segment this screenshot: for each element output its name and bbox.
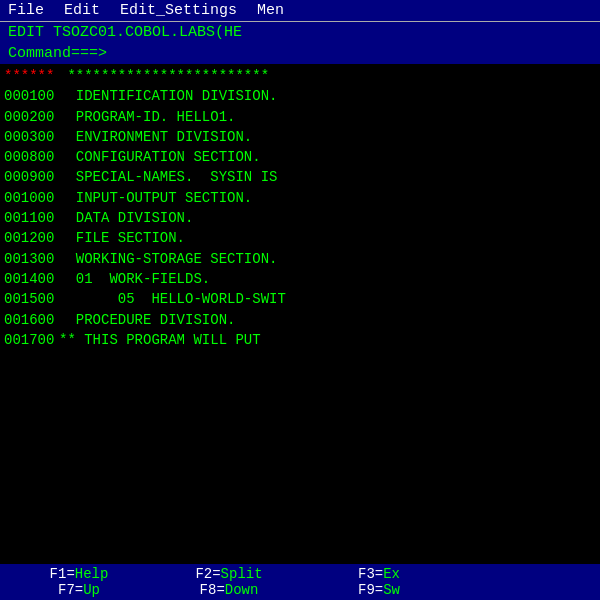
- line-000100: 000100 IDENTIFICATION DIVISION.: [4, 86, 596, 106]
- ln-001100: 001100: [4, 208, 59, 228]
- line-000200: 000200 PROGRAM-ID. HELLO1.: [4, 107, 596, 127]
- fkey-f8-label: Down: [225, 582, 259, 598]
- fkey-f9-label: Sw: [383, 582, 400, 598]
- line-001100: 001100 DATA DIVISION.: [4, 208, 596, 228]
- lc-000800: CONFIGURATION SECTION.: [59, 147, 261, 167]
- ln-001500: 001500: [4, 289, 59, 309]
- ln-000100: 000100: [4, 86, 59, 106]
- command-arrow: ===>: [71, 45, 107, 62]
- lc-000100: IDENTIFICATION DIVISION.: [59, 86, 277, 106]
- fkey-f7-num: F7=: [58, 582, 83, 598]
- fkey-row-2: F7=Up F8=Down F9=Sw: [4, 582, 596, 598]
- line-001200: 001200 FILE SECTION.: [4, 228, 596, 248]
- editor-area: ****** ************************ 000100 I…: [0, 64, 600, 564]
- title-bar: EDIT TSOZC01.COBOL.LABS(HE: [0, 22, 600, 43]
- edit-mode-label: EDIT: [8, 24, 44, 41]
- menu-edit[interactable]: Edit: [64, 2, 100, 19]
- fkey-f9[interactable]: F9=Sw: [304, 582, 454, 598]
- line-000800: 000800 CONFIGURATION SECTION.: [4, 147, 596, 167]
- menu-file[interactable]: File: [8, 2, 44, 19]
- ln-001000: 001000: [4, 188, 59, 208]
- lc-000200: PROGRAM-ID. HELLO1.: [59, 107, 235, 127]
- fkey-f3[interactable]: F3=Ex: [304, 566, 454, 582]
- lc-000300: ENVIRONMENT DIVISION.: [59, 127, 252, 147]
- terminal-screen: File Edit Edit_Settings Men EDIT TSOZC01…: [0, 0, 600, 600]
- line-001500: 001500 05 HELLO-WORLD-SWIT: [4, 289, 596, 309]
- ln-000800: 000800: [4, 147, 59, 167]
- line-number-stars: ******: [4, 66, 59, 86]
- fkey-f1[interactable]: F1=Help: [4, 566, 154, 582]
- function-keys-bar: F1=Help F2=Split F3=Ex F7=Up F8=Down F9=…: [0, 564, 600, 600]
- line-001300: 001300 WORKING-STORAGE SECTION.: [4, 249, 596, 269]
- ln-000300: 000300: [4, 127, 59, 147]
- fkey-f8-num: F8=: [200, 582, 225, 598]
- line-001400: 001400 01 WORK-FIELDS.: [4, 269, 596, 289]
- lc-001500: 05 HELLO-WORLD-SWIT: [59, 289, 286, 309]
- fkey-f3-num: F3=: [358, 566, 383, 582]
- line-000300: 000300 ENVIRONMENT DIVISION.: [4, 127, 596, 147]
- command-line[interactable]: Command ===>: [0, 43, 600, 64]
- command-input[interactable]: [107, 45, 407, 62]
- ln-001400: 001400: [4, 269, 59, 289]
- ln-001700: 001700: [4, 330, 59, 350]
- lc-001000: INPUT-OUTPUT SECTION.: [59, 188, 252, 208]
- line-001000: 001000 INPUT-OUTPUT SECTION.: [4, 188, 596, 208]
- filename-label: TSOZC01.COBOL.LABS(HE: [53, 24, 242, 41]
- command-label: Command: [8, 45, 71, 62]
- line-content-stars: ************************: [59, 66, 269, 86]
- lc-001700: ** THIS PROGRAM WILL PUT: [59, 330, 261, 350]
- ln-000900: 000900: [4, 167, 59, 187]
- menu-edit-settings[interactable]: Edit_Settings: [120, 2, 237, 19]
- lc-001300: WORKING-STORAGE SECTION.: [59, 249, 277, 269]
- lc-001600: PROCEDURE DIVISION.: [59, 310, 235, 330]
- fkey-f7[interactable]: F7=Up: [4, 582, 154, 598]
- line-000900: 000900 SPECIAL-NAMES. SYSIN IS: [4, 167, 596, 187]
- menu-bar: File Edit Edit_Settings Men: [0, 0, 600, 22]
- fkey-f2[interactable]: F2=Split: [154, 566, 304, 582]
- line-001700: 001700 ** THIS PROGRAM WILL PUT: [4, 330, 596, 350]
- fkey-f2-label: Split: [221, 566, 263, 582]
- fkey-row-1: F1=Help F2=Split F3=Ex: [4, 566, 596, 582]
- line-001600: 001600 PROCEDURE DIVISION.: [4, 310, 596, 330]
- fkey-f7-label: Up: [83, 582, 100, 598]
- lc-001400: 01 WORK-FIELDS.: [59, 269, 210, 289]
- ln-001600: 001600: [4, 310, 59, 330]
- fkey-f3-label: Ex: [383, 566, 400, 582]
- fkey-f1-label: Help: [75, 566, 109, 582]
- menu-more[interactable]: Men: [257, 2, 284, 19]
- ln-001200: 001200: [4, 228, 59, 248]
- fkey-f1-num: F1=: [50, 566, 75, 582]
- ln-001300: 001300: [4, 249, 59, 269]
- fkey-f2-num: F2=: [195, 566, 220, 582]
- lc-001200: FILE SECTION.: [59, 228, 185, 248]
- fkey-f8[interactable]: F8=Down: [154, 582, 304, 598]
- lc-000900: SPECIAL-NAMES. SYSIN IS: [59, 167, 277, 187]
- lc-001100: DATA DIVISION.: [59, 208, 193, 228]
- line-stars: ****** ************************: [4, 66, 596, 86]
- fkey-f9-num: F9=: [358, 582, 383, 598]
- ln-000200: 000200: [4, 107, 59, 127]
